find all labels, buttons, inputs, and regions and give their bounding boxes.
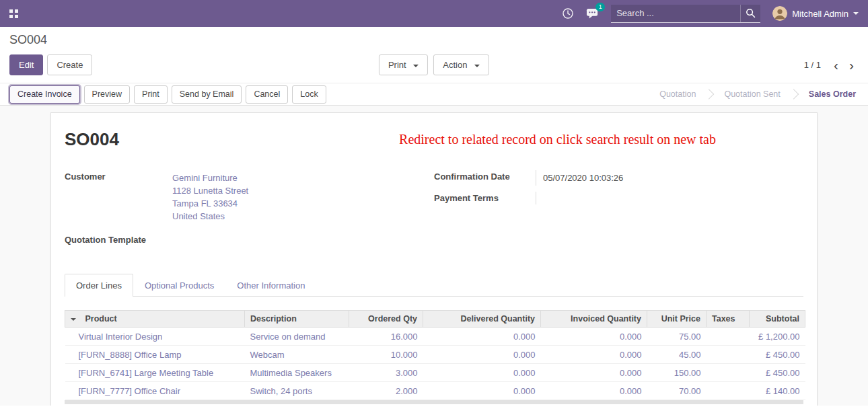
control-panel: SO004 Edit Create Print Action 1 / 1 ‹ › (0, 27, 868, 83)
tab-optional-products[interactable]: Optional Products (133, 274, 225, 297)
lock-button[interactable]: Lock (292, 85, 326, 104)
search-box (611, 5, 760, 23)
cell-subtotal: £ 450.00 (750, 364, 805, 382)
messages-badge: 1 (595, 3, 605, 11)
table-scrollbar-strip[interactable] (65, 400, 803, 404)
preview-button[interactable]: Preview (84, 85, 130, 104)
cell-description: Webcam (245, 346, 349, 364)
header-description[interactable]: Description (245, 311, 349, 328)
cell-unit-price: 75.00 (647, 328, 707, 346)
action-dropdown-button[interactable]: Action (433, 54, 489, 75)
customer-label: Customer (65, 170, 172, 224)
print-dropdown-button[interactable]: Print (379, 54, 428, 75)
user-name: Mitchell Admin (792, 9, 848, 19)
customer-address-line: Tampa FL 33634 (172, 197, 248, 210)
tab-other-information[interactable]: Other Information (225, 274, 316, 297)
print-dropdown-label: Print (388, 60, 406, 70)
cell-taxes (707, 328, 750, 346)
apps-grid-square (15, 9, 18, 13)
cell-invoiced-qty: 0.000 (541, 346, 647, 364)
send-by-email-button[interactable]: Send by Email (172, 85, 242, 104)
cell-unit-price: 70.00 (647, 382, 707, 400)
cell-taxes (707, 346, 750, 364)
sheet-title: SO004 (65, 129, 119, 150)
user-menu[interactable]: Mitchell Admin (772, 6, 859, 21)
header-ordered-qty[interactable]: Ordered Qty (349, 311, 423, 328)
header-taxes[interactable]: Taxes (707, 311, 750, 328)
cell-subtotal: £ 450.00 (750, 346, 805, 364)
cell-invoiced-qty: 0.000 (541, 382, 647, 400)
notebook-tabs: Order Lines Optional Products Other Info… (65, 274, 803, 297)
cell-ordered-qty: 10.000 (349, 346, 423, 364)
header-unit-price[interactable]: Unit Price (647, 311, 707, 328)
pager-previous-button[interactable]: ‹ (829, 59, 843, 72)
stage-quotation[interactable]: Quotation (651, 83, 704, 105)
quotation-template-label: Quotation Template (65, 233, 172, 246)
cell-unit-price: 45.00 (647, 346, 707, 364)
cancel-button[interactable]: Cancel (246, 85, 288, 104)
cell-description: Switch, 24 ports (245, 382, 349, 400)
breadcrumb: SO004 (9, 33, 859, 47)
apps-menu-icon[interactable] (9, 9, 18, 18)
cell-invoiced-qty: 0.000 (541, 328, 647, 346)
page-title: SO004 (9, 33, 47, 46)
payment-terms-label: Payment Terms (434, 192, 536, 204)
cell-subtotal: £ 1,200.00 (750, 328, 805, 346)
cell-description: Multimedia Speakers (245, 364, 349, 382)
cell-unit-price: 150.00 (647, 364, 707, 382)
print-button[interactable]: Print (134, 85, 168, 104)
table-row[interactable]: [FURN_6741] Large Meeting Table Multimed… (65, 364, 805, 382)
order-lines-table: Product Description Ordered Qty Delivere… (65, 310, 805, 400)
cell-invoiced-qty: 0.000 (541, 364, 647, 382)
activities-clock-icon[interactable] (562, 7, 574, 20)
topbar: 1 Mitchell Admin (0, 0, 868, 27)
cell-ordered-qty: 16.000 (349, 328, 423, 346)
annotation-note: Redirect to related record on click sear… (399, 132, 716, 147)
apps-grid-square (9, 9, 13, 13)
stage-sales-order[interactable]: Sales Order (801, 83, 864, 105)
table-row[interactable]: [FURN_7777] Office Chair Switch, 24 port… (65, 382, 805, 400)
header-product[interactable]: Product (65, 311, 245, 328)
caret-down-icon (474, 65, 480, 67)
header-invoiced-quantity[interactable]: Invoiced Quantity (541, 311, 647, 328)
pager: 1 / 1 ‹ › (804, 59, 859, 72)
cell-ordered-qty: 2.000 (349, 382, 423, 400)
apps-grid-square (9, 15, 13, 18)
table-row[interactable]: [FURN_8888] Office Lamp Webcam 10.000 0.… (65, 346, 805, 364)
cell-product: Virtual Interior Design (65, 328, 245, 346)
cell-delivered-qty: 0.000 (423, 328, 541, 346)
table-header-row: Product Description Ordered Qty Delivere… (65, 311, 805, 328)
apps-grid-square (15, 15, 18, 18)
table-row[interactable]: Virtual Interior Design Service on deman… (65, 328, 805, 346)
tab-order-lines[interactable]: Order Lines (65, 274, 133, 297)
form-fields: Customer Gemini Furniture 1128 Lunetta S… (65, 170, 803, 252)
cell-delivered-qty: 0.000 (423, 346, 541, 364)
stage-quotation-sent[interactable]: Quotation Sent (716, 83, 788, 105)
action-dropdown-label: Action (443, 60, 467, 70)
customer-address-line: United States (172, 210, 248, 223)
cell-product: [FURN_8888] Office Lamp (65, 346, 245, 364)
stage-arrow-icon (704, 83, 716, 105)
header-subtotal[interactable]: Subtotal (750, 311, 805, 328)
messages-icon[interactable]: 1 (586, 7, 599, 20)
cell-delivered-qty: 0.000 (423, 382, 541, 400)
cell-taxes (707, 382, 750, 400)
create-button[interactable]: Create (47, 54, 92, 75)
avatar (772, 6, 787, 21)
confirmation-date-label: Confirmation Date (434, 170, 536, 186)
cell-description: Service on demand (245, 328, 349, 346)
stage-arrow-icon (789, 83, 801, 105)
edit-button[interactable]: Edit (9, 54, 43, 75)
column-options-caret-icon[interactable] (71, 318, 76, 321)
header-delivered-quantity[interactable]: Delivered Quantity (423, 311, 541, 328)
cell-taxes (707, 364, 750, 382)
create-invoice-button[interactable]: Create Invoice (9, 85, 80, 104)
search-icon[interactable] (740, 5, 760, 22)
customer-name-link[interactable]: Gemini Furniture (172, 172, 248, 184)
statusbar: Create Invoice Preview Print Send by Ema… (0, 83, 868, 106)
pager-count: 1 / 1 (804, 60, 821, 70)
statusbar-stages: Quotation Quotation Sent Sales Order (651, 83, 868, 105)
content-area: SO004 Redirect to related record on clic… (0, 106, 868, 406)
pager-next-button[interactable]: › (844, 59, 859, 72)
search-input[interactable] (611, 5, 740, 22)
